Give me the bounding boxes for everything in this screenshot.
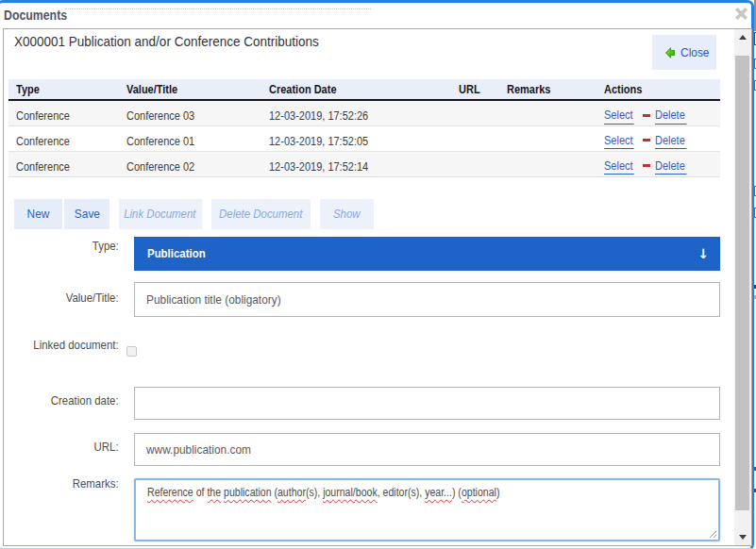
green-back-arrow-icon xyxy=(665,47,675,58)
col-type: Type xyxy=(8,79,120,100)
scroll-up-button[interactable] xyxy=(734,29,751,45)
creation-date-label: Creation date: xyxy=(4,394,120,408)
delete-link[interactable]: Delete xyxy=(655,108,691,122)
type-select[interactable]: Publication ↓ xyxy=(134,237,720,271)
dialog-title: Documents xyxy=(4,8,76,23)
link-document-button[interactable]: Link Document xyxy=(119,199,202,229)
delete-document-button[interactable]: Delete Document xyxy=(211,199,311,229)
value-title-label: Value/Title: xyxy=(4,291,120,305)
scrollbar[interactable] xyxy=(734,29,751,545)
select-link[interactable]: Select xyxy=(604,108,638,122)
delete-dash-icon xyxy=(643,114,650,117)
type-label: Type: xyxy=(4,240,120,253)
dialog-content: X000001 Publication and/or Conference Co… xyxy=(3,28,752,546)
resize-handle-icon[interactable] xyxy=(709,530,717,539)
scroll-up-icon xyxy=(739,35,747,40)
creation-date-input[interactable] xyxy=(134,387,720,420)
col-url: URL xyxy=(451,79,499,100)
table-row: Conference Conference 03 12-03-2019, 17:… xyxy=(8,100,720,125)
show-button[interactable]: Show xyxy=(320,199,374,229)
table-row: Conference Conference 02 12-03-2019, 17:… xyxy=(8,151,720,176)
save-button[interactable]: Save xyxy=(64,199,109,229)
delete-link[interactable]: Delete xyxy=(655,159,691,173)
new-button[interactable]: New xyxy=(14,199,62,229)
scroll-down-button[interactable] xyxy=(734,529,751,545)
linked-document-label: Linked document: xyxy=(4,339,120,352)
select-link[interactable]: Select xyxy=(604,134,638,147)
delete-dash-icon xyxy=(643,139,650,141)
delete-link[interactable]: Delete xyxy=(655,134,691,147)
url-label: URL: xyxy=(4,441,120,454)
col-remarks: Remarks xyxy=(499,79,596,100)
linked-document-checkbox[interactable] xyxy=(126,346,137,357)
scroll-down-icon xyxy=(739,535,747,540)
col-actions: Actions xyxy=(596,79,720,100)
dropdown-arrow-icon: ↓ xyxy=(697,246,709,261)
dialog-close-icon[interactable] xyxy=(734,7,748,20)
value-title-input[interactable]: Publication title (obligatory) xyxy=(134,282,720,317)
remarks-label: Remarks: xyxy=(4,477,120,491)
col-value-title: Value/Title xyxy=(119,79,261,100)
panel-heading: X000001 Publication and/or Conference Co… xyxy=(14,33,353,50)
url-input[interactable]: www.publication.com xyxy=(134,433,720,467)
table-row: Conference Conference 01 12-03-2019, 17:… xyxy=(8,125,720,151)
table-header-row: Type Value/Title Creation Date URL Remar… xyxy=(8,79,720,100)
titlebar-dotted-line xyxy=(65,8,371,9)
delete-dash-icon xyxy=(643,164,650,167)
remarks-textarea[interactable]: Reference of the publication (author(s),… xyxy=(134,478,720,542)
close-panel-button[interactable]: Close xyxy=(652,35,716,70)
col-creation-date: Creation Date xyxy=(261,79,451,100)
documents-dialog: Documents X000001 Publication and/or Con… xyxy=(0,0,754,549)
documents-table: Type Value/Title Creation Date URL Remar… xyxy=(8,79,720,177)
select-link[interactable]: Select xyxy=(604,159,638,173)
scrollbar-thumb[interactable] xyxy=(735,56,749,510)
